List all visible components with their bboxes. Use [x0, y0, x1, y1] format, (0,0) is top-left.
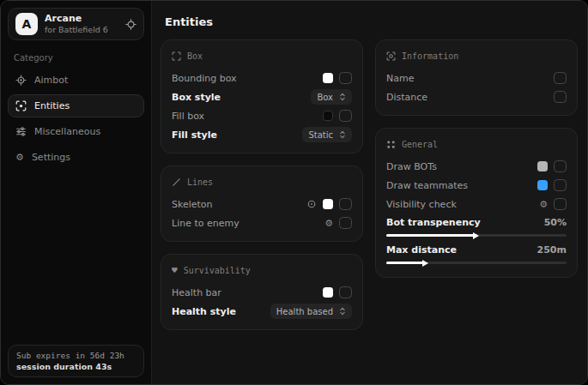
brand-card: A Arcane for Battlefield 6: [8, 8, 144, 40]
fill-style-value: Static: [308, 130, 333, 140]
health-style-dropdown[interactable]: Health based: [270, 304, 352, 319]
page-title: Entities: [165, 15, 579, 28]
information-card-header: Information: [386, 51, 567, 61]
draw-bots-color-swatch[interactable]: [537, 161, 548, 171]
max-distance-value: 250m: [537, 244, 567, 256]
information-card: Information Name Distance: [375, 39, 578, 116]
fill-style-dropdown[interactable]: Static: [302, 127, 352, 142]
draw-bots-checkbox[interactable]: [554, 160, 567, 172]
bounding-box-row: Bounding box: [172, 69, 352, 87]
lines-card-header: Lines: [172, 177, 352, 187]
gear-icon[interactable]: ⚙: [539, 200, 548, 209]
general-card: General Draw BOTs Draw teammates: [375, 128, 578, 278]
box-style-dropdown[interactable]: Box: [311, 89, 352, 105]
bounding-box-color-swatch[interactable]: [323, 73, 333, 83]
box-card-title: Box: [187, 51, 203, 61]
bot-transparency-value: 50%: [544, 217, 567, 228]
bounding-box-label: Bounding box: [172, 73, 237, 84]
sidebar-nav: Aimbot Entities Miscellaneous ⚙ Settings: [8, 69, 144, 169]
scan-eye-icon: [15, 100, 27, 111]
health-bar-color-swatch[interactable]: [323, 287, 333, 298]
brand-title: Arcane: [45, 13, 108, 25]
box-card: Box Bounding box Box style Box: [161, 39, 363, 153]
health-style-row: Health style Health based: [172, 302, 352, 321]
gear-icon: ⚙: [15, 153, 24, 162]
line-to-enemy-row: Line to enemy ⚙: [172, 214, 352, 232]
subscription-info-card: Sub expires in 56d 23h session duration …: [8, 345, 144, 377]
card-columns: Box Bounding box Box style Box: [161, 39, 579, 330]
name-checkbox[interactable]: [554, 72, 567, 84]
sidebar: A Arcane for Battlefield 6 Category Aimb…: [1, 1, 152, 384]
scan-circle-icon: [386, 51, 396, 61]
category-label: Category: [14, 53, 144, 63]
fill-style-row: Fill style Static: [172, 125, 352, 144]
bot-transparency-group: Bot transpenency 50%: [386, 214, 567, 241]
sub-expiry-text: Sub expires in 56d 23h: [16, 351, 136, 360]
box-style-row: Box style Box: [172, 87, 352, 106]
crosshair-icon: [15, 75, 27, 86]
app-window: A Arcane for Battlefield 6 Category Aimb…: [0, 0, 588, 385]
slider-handle[interactable]: [473, 232, 479, 239]
general-card-title: General: [402, 140, 438, 149]
information-card-title: Information: [402, 51, 458, 61]
box-card-header: Box: [172, 51, 352, 61]
fill-style-label: Fill style: [172, 129, 217, 141]
main-panel: Entities Box Bounding box: [152, 1, 587, 384]
health-bar-row: Health bar: [172, 283, 352, 302]
skeleton-label: Skeleton: [172, 199, 213, 210]
sidebar-item-label: Aimbot: [34, 75, 68, 86]
visibility-check-label: Visibility check: [386, 199, 457, 210]
focus-ring-icon[interactable]: [306, 199, 317, 209]
survivability-card: ♥ Survivability Health bar Health style: [161, 254, 363, 330]
bounding-box-checkbox[interactable]: [339, 72, 352, 84]
max-distance-label: Max distance: [386, 244, 457, 256]
visibility-check-checkbox[interactable]: [554, 198, 567, 210]
gear-icon[interactable]: ⚙: [324, 219, 333, 228]
fill-box-checkbox[interactable]: [339, 110, 352, 122]
slider-handle[interactable]: [422, 260, 428, 267]
draw-teammates-checkbox[interactable]: [554, 179, 567, 191]
general-card-header: General: [386, 140, 567, 149]
name-row: Name: [386, 69, 567, 87]
sidebar-item-miscellaneous[interactable]: Miscellaneous: [8, 120, 144, 143]
survivability-card-title: Survivability: [184, 266, 251, 275]
left-column: Box Bounding box Box style Box: [161, 39, 363, 330]
survivability-card-header: ♥ Survivability: [172, 266, 352, 275]
sidebar-item-aimbot[interactable]: Aimbot: [8, 69, 144, 92]
sidebar-item-label: Entities: [34, 100, 70, 111]
skeleton-color-swatch[interactable]: [323, 199, 333, 209]
box-style-label: Box style: [172, 92, 221, 103]
scan-corners-icon: [172, 51, 181, 61]
draw-bots-label: Draw BOTs: [386, 161, 437, 172]
health-style-value: Health based: [276, 307, 333, 316]
fill-box-color-swatch[interactable]: [323, 111, 333, 121]
session-duration-text: session duration 43s: [16, 362, 136, 371]
right-column: Information Name Distance: [375, 39, 578, 330]
sidebar-item-entities[interactable]: Entities: [8, 94, 144, 117]
chevrons-up-down-icon: [339, 307, 346, 316]
distance-checkbox[interactable]: [554, 91, 567, 103]
brand-subtitle: for Battlefield 6: [45, 25, 108, 35]
max-distance-slider[interactable]: [386, 262, 567, 264]
health-bar-checkbox[interactable]: [339, 286, 352, 298]
bot-transparency-slider[interactable]: [386, 234, 567, 237]
skeleton-checkbox[interactable]: [339, 198, 352, 210]
draw-bots-row: Draw BOTs: [386, 157, 567, 176]
line-to-enemy-checkbox[interactable]: [339, 217, 352, 229]
sidebar-item-label: Miscellaneous: [34, 126, 100, 137]
skeleton-row: Skeleton: [172, 195, 352, 214]
chevrons-up-down-icon: [339, 93, 346, 101]
crosshair-icon[interactable]: [125, 19, 136, 30]
sidebar-item-settings[interactable]: ⚙ Settings: [8, 146, 144, 169]
fill-box-row: Fill box: [172, 106, 352, 125]
distance-row: Distance: [386, 87, 567, 106]
health-bar-label: Health bar: [172, 287, 221, 298]
draw-teammates-color-swatch[interactable]: [537, 180, 548, 190]
brand-text: Arcane for Battlefield 6: [45, 13, 108, 35]
draw-teammates-row: Draw teammates: [386, 176, 567, 195]
health-style-label: Health style: [172, 306, 236, 317]
visibility-check-row: Visibility check ⚙: [386, 195, 567, 214]
chevrons-up-down-icon: [339, 130, 346, 139]
max-distance-group: Max distance 250m: [386, 241, 567, 268]
draw-teammates-label: Draw teammates: [386, 180, 468, 191]
